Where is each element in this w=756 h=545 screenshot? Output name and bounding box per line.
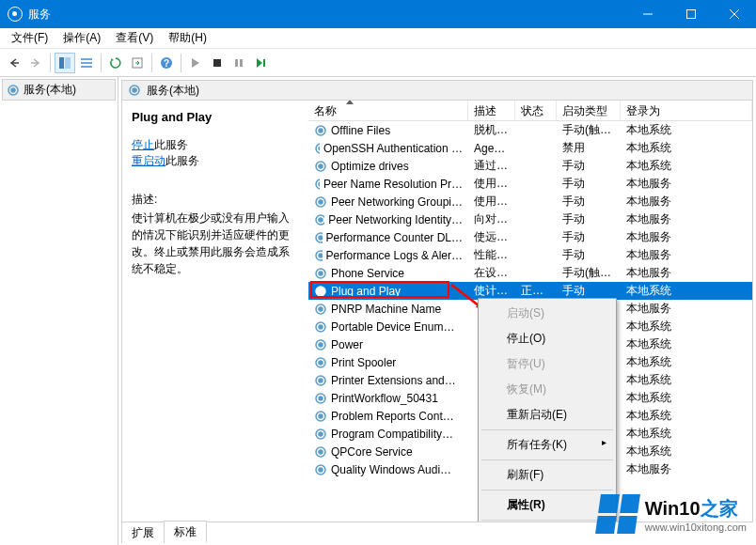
menu-view[interactable]: 查看(V) (108, 28, 161, 48)
svg-point-45 (319, 343, 323, 347)
stop-button[interactable] (207, 53, 228, 73)
svg-point-59 (319, 468, 323, 472)
svg-point-53 (319, 414, 323, 418)
svg-point-25 (319, 164, 323, 168)
gear-icon (314, 338, 327, 351)
close-button[interactable] (713, 0, 756, 28)
ctx-alltasks[interactable]: 所有任务(K) (480, 432, 614, 458)
table-row[interactable]: OpenSSH Authentication …Age…禁用本地系统 (308, 139, 752, 157)
column-header: 名称 描述 状态 启动类型 登录为 (308, 101, 752, 121)
gear-icon (314, 249, 323, 262)
restart-link[interactable]: 重启动 (132, 154, 165, 167)
table-row[interactable]: Offline Files脱机…手动(触发…本地系统 (308, 121, 752, 139)
svg-rect-5 (65, 57, 71, 69)
svg-point-27 (319, 182, 320, 186)
svg-point-41 (319, 307, 323, 311)
table-row[interactable]: Peer Networking Groupi…使用…手动本地服务 (308, 193, 752, 210)
tree-node-services[interactable]: 服务(本地) (2, 79, 116, 101)
ctx-props[interactable]: 属性(R) (480, 492, 614, 518)
gear-icon (314, 213, 324, 226)
titlebar: 服务 (0, 0, 756, 28)
gear-icon (314, 231, 323, 244)
menubar: 文件(F) 操作(A) 查看(V) 帮助(H) (0, 28, 756, 49)
menu-file[interactable]: 文件(F) (4, 28, 55, 48)
svg-point-23 (319, 147, 320, 150)
ctx-start[interactable]: 启动(S) (480, 301, 614, 326)
right-header: 服务(本地) (121, 80, 753, 101)
export-button[interactable] (127, 53, 148, 73)
menu-action[interactable]: 操作(A) (55, 28, 108, 48)
left-pane: 服务(本地) (0, 77, 118, 545)
svg-point-33 (319, 236, 323, 240)
svg-point-55 (319, 432, 323, 436)
gear-icon (314, 410, 327, 423)
right-header-label: 服务(本地) (147, 83, 199, 99)
stop-link[interactable]: 停止 (132, 138, 154, 151)
detail-title: Plug and Play (132, 110, 299, 124)
col-logon[interactable]: 登录为 (621, 101, 752, 120)
svg-point-51 (319, 397, 323, 400)
table-row[interactable]: Phone Service在设…手动(触发…本地服务 (308, 264, 752, 282)
restart-button[interactable] (250, 53, 271, 73)
gear-icon (7, 84, 20, 97)
svg-point-35 (319, 254, 323, 257)
detail-view-button[interactable] (55, 53, 75, 73)
gear-icon (314, 303, 327, 316)
menu-help[interactable]: 帮助(H) (161, 28, 214, 48)
maximize-button[interactable] (669, 0, 713, 28)
col-start[interactable]: 启动类型 (557, 101, 621, 120)
gear-icon (314, 267, 327, 280)
table-row[interactable]: Peer Name Resolution Pr…使用…手动本地服务 (308, 175, 752, 193)
pause-button[interactable] (228, 53, 249, 73)
svg-point-43 (319, 325, 323, 329)
svg-rect-13 (235, 59, 238, 67)
svg-point-47 (319, 361, 323, 365)
table-row[interactable]: Peer Networking Identity…向对…手动本地服务 (308, 210, 752, 228)
forward-button[interactable] (25, 53, 46, 73)
svg-point-57 (319, 450, 323, 454)
svg-point-39 (319, 289, 323, 293)
col-name[interactable]: 名称 (308, 101, 468, 120)
gear-icon (314, 445, 327, 459)
desc-label: 描述: (132, 192, 299, 208)
play-button[interactable] (185, 53, 206, 73)
table-row[interactable]: Optimize drives通过…手动本地系统 (308, 157, 752, 175)
svg-rect-4 (59, 57, 64, 69)
table-row[interactable]: Performance Counter DL…使远…手动本地服务 (308, 228, 752, 246)
col-status[interactable]: 状态 (515, 101, 557, 120)
svg-point-21 (319, 129, 323, 132)
svg-point-17 (11, 88, 15, 92)
gear-icon (314, 142, 320, 155)
gear-icon (314, 195, 327, 209)
gear-icon (314, 374, 327, 387)
context-menu: 启动(S) 停止(O) 暂停(U) 恢复(M) 重新启动(E) 所有任务(K) … (478, 298, 617, 522)
gear-icon (314, 463, 327, 476)
svg-point-31 (319, 218, 323, 222)
ctx-restart[interactable]: 重新启动(E) (480, 402, 614, 428)
table-row[interactable]: Performance Logs & Aler…性能…手动本地服务 (308, 246, 752, 264)
svg-point-37 (319, 272, 323, 275)
ctx-refresh[interactable]: 刷新(F) (480, 462, 614, 488)
help-button[interactable]: ? (156, 53, 177, 73)
list-view-button[interactable] (76, 53, 97, 73)
gear-icon (314, 392, 327, 405)
col-desc[interactable]: 描述 (468, 101, 515, 120)
gear-icon (314, 178, 320, 191)
ctx-stop[interactable]: 停止(O) (480, 326, 614, 351)
tab-extended[interactable]: 扩展 (121, 522, 165, 543)
svg-rect-8 (81, 66, 92, 68)
back-button[interactable] (4, 53, 24, 73)
svg-rect-15 (263, 59, 265, 67)
minimize-button[interactable] (626, 0, 669, 28)
ctx-resume[interactable]: 恢复(M) (480, 377, 614, 402)
app-icon (8, 7, 23, 22)
svg-text:?: ? (164, 58, 169, 69)
refresh-button[interactable] (105, 53, 126, 73)
ctx-pause[interactable]: 暂停(U) (480, 351, 614, 377)
tree-node-label: 服务(本地) (24, 82, 76, 98)
window-title: 服务 (28, 7, 51, 23)
tab-standard[interactable]: 标准 (164, 521, 207, 542)
gear-icon (314, 428, 327, 441)
gear-icon (128, 84, 141, 97)
svg-point-49 (319, 379, 323, 382)
